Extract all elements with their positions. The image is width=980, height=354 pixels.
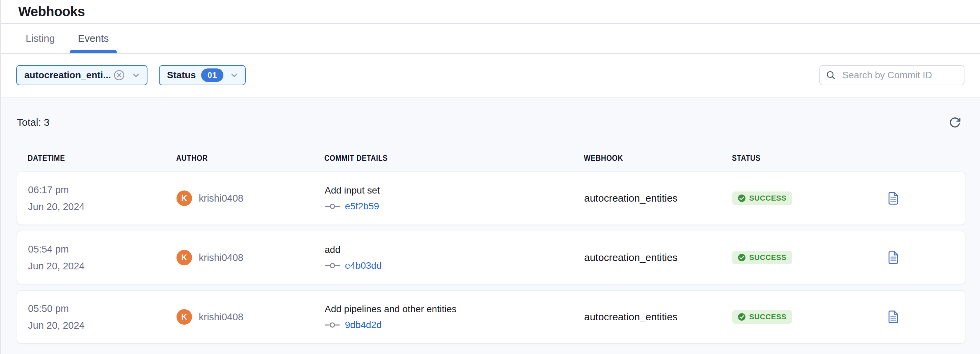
author-cell: K krishi0408 (177, 309, 325, 325)
total-count: Total: 3 (17, 117, 49, 128)
actions-cell (832, 191, 954, 206)
search-icon (826, 70, 836, 81)
search-input[interactable] (819, 65, 964, 85)
status-label: SUCCESS (749, 313, 787, 321)
tab-listing[interactable]: Listing (17, 24, 64, 53)
datetime-cell: 06:17 pm Jun 20, 2024 (28, 184, 177, 213)
filter-bar: autocreation_enti... Status 01 (1, 54, 980, 97)
author-name: krishi0408 (199, 252, 243, 263)
avatar: K (177, 250, 192, 265)
status-label: SUCCESS (749, 194, 787, 203)
commit-line: e4b03dd (325, 260, 584, 271)
author-cell: K krishi0408 (177, 250, 325, 265)
tab-events-label: Events (78, 33, 109, 44)
git-commit-icon (325, 202, 340, 211)
author-cell: K krishi0408 (177, 190, 325, 206)
status-filter-label: Status (167, 70, 196, 81)
file-text-icon[interactable] (886, 250, 900, 265)
chevron-down-icon[interactable] (229, 70, 239, 80)
webhooks-page: Webhooks Listing Events autocreation_ent… (0, 0, 980, 354)
commit-id-link[interactable]: e4b03dd (345, 260, 382, 271)
avatar: K (177, 190, 192, 206)
commit-id-link[interactable]: e5f2b59 (345, 201, 379, 212)
status-badge: SUCCESS (732, 251, 792, 264)
event-date: Jun 20, 2024 (28, 319, 177, 332)
status-cell: SUCCESS (732, 310, 832, 324)
tabs-bar: Listing Events (1, 24, 980, 54)
actions-cell (832, 250, 954, 265)
commit-details-cell: add e4b03dd (325, 244, 584, 271)
col-header-author: AUTHOR (176, 153, 324, 163)
commit-id-link[interactable]: 9db4d2d (345, 320, 382, 330)
webhook-filter-chip[interactable]: autocreation_enti... (16, 65, 148, 85)
event-time: 05:50 pm (28, 302, 177, 314)
event-time: 05:54 pm (28, 243, 177, 255)
status-badge: SUCCESS (732, 192, 792, 205)
event-date: Jun 20, 2024 (28, 260, 177, 272)
actions-cell (832, 310, 954, 324)
title-bar: Webhooks (1, 0, 980, 24)
table-header: DATETIME AUTHOR COMMIT DETAILS WEBHOOK S… (17, 151, 964, 165)
check-circle-icon (738, 313, 746, 321)
table-row: 06:17 pm Jun 20, 2024 K krishi0408 Add i… (17, 171, 965, 225)
status-count-badge: 01 (201, 68, 223, 82)
table-row: 05:54 pm Jun 20, 2024 K krishi0408 add (17, 231, 965, 284)
tab-events[interactable]: Events (69, 24, 118, 53)
webhook-filter-label: autocreation_enti... (24, 70, 111, 81)
col-header-webhook: WEBHOOK (584, 153, 732, 163)
file-text-icon[interactable] (886, 191, 900, 206)
refresh-icon[interactable] (948, 115, 963, 130)
close-circle-icon[interactable] (113, 69, 125, 81)
commit-details-cell: Add input set e5f2b59 (325, 185, 584, 212)
datetime-cell: 05:50 pm Jun 20, 2024 (28, 302, 177, 332)
status-filter-chip[interactable]: Status 01 (159, 65, 246, 85)
commit-message: Add input set (325, 185, 584, 196)
event-time: 06:17 pm (28, 184, 177, 196)
status-cell: SUCCESS (732, 192, 832, 205)
check-circle-icon (738, 194, 746, 202)
datetime-cell: 05:54 pm Jun 20, 2024 (28, 243, 177, 272)
author-name: krishi0408 (199, 193, 243, 204)
git-commit-icon (325, 321, 340, 329)
author-name: krishi0408 (199, 311, 243, 323)
status-badge: SUCCESS (732, 310, 792, 324)
webhook-name: autocreation_entities (584, 192, 732, 204)
search-box (819, 65, 964, 85)
status-cell: SUCCESS (732, 251, 832, 264)
col-header-status: STATUS (732, 153, 832, 163)
avatar: K (177, 309, 192, 325)
col-header-commit-details: COMMIT DETAILS (324, 153, 584, 163)
chevron-down-icon[interactable] (131, 70, 141, 80)
check-circle-icon (738, 254, 746, 262)
table-row: 05:50 pm Jun 20, 2024 K krishi0408 Add p… (17, 290, 965, 344)
filter-chips: autocreation_enti... Status 01 (16, 65, 246, 85)
col-header-datetime: DATETIME (28, 153, 176, 163)
event-date: Jun 20, 2024 (28, 201, 177, 213)
commit-message: Add pipelines and other entities (325, 303, 584, 315)
commit-line: 9db4d2d (325, 320, 584, 330)
toolbar: Total: 3 (1, 97, 980, 130)
commit-line: e5f2b59 (325, 201, 584, 212)
status-label: SUCCESS (749, 253, 787, 262)
commit-details-cell: Add pipelines and other entities 9db4d2d (325, 303, 584, 330)
file-text-icon[interactable] (886, 310, 900, 324)
events-content: Total: 3 DATETIME AUTHOR COMMIT DETAILS … (1, 97, 980, 354)
commit-message: add (325, 244, 584, 256)
page-title: Webhooks (18, 4, 85, 19)
webhook-name: autocreation_entities (584, 311, 732, 323)
tab-listing-label: Listing (25, 33, 55, 44)
webhook-name: autocreation_entities (584, 252, 732, 263)
git-commit-icon (325, 261, 340, 270)
